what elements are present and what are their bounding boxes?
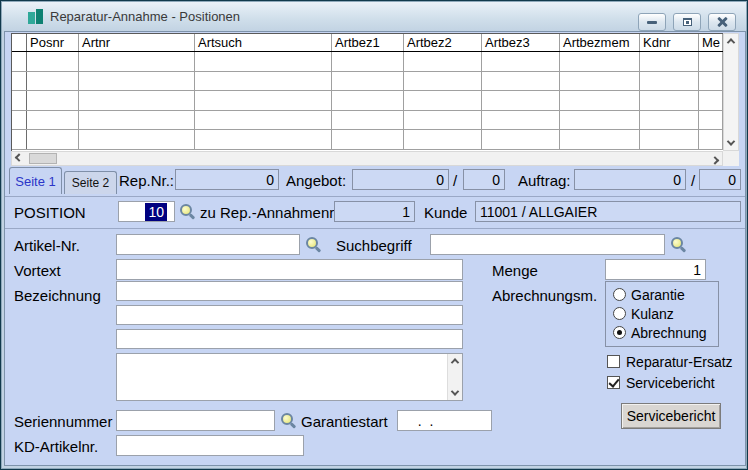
seriennummer-input[interactable] [116, 410, 275, 431]
grid-cell[interactable] [195, 52, 332, 71]
grid-cell[interactable] [332, 91, 404, 110]
grid-cell[interactable] [27, 91, 79, 110]
bezeichnung-input-2[interactable] [116, 305, 463, 325]
titlebar[interactable]: Reparatur-Annahme - Positionen [2, 2, 746, 31]
position-field[interactable]: 10 [118, 201, 175, 222]
grid-cell[interactable] [482, 72, 560, 91]
suchbegriff-lookup-icon[interactable] [671, 237, 686, 252]
grid-column-header[interactable]: Artsuch [195, 34, 332, 51]
grid-cell[interactable] [404, 72, 482, 91]
grid-cell[interactable] [404, 91, 482, 110]
grid-cell[interactable] [195, 72, 332, 91]
grid-cell[interactable] [27, 111, 79, 130]
scroll-left-button[interactable] [11, 152, 27, 166]
grid-column-header[interactable] [12, 34, 27, 51]
grid-column-header[interactable]: Artbez1 [332, 34, 404, 51]
grid-cell[interactable] [699, 130, 723, 149]
grid-cell[interactable] [482, 130, 560, 149]
grid-cell[interactable] [699, 52, 723, 71]
grid-cell[interactable] [195, 111, 332, 130]
position-lookup-icon[interactable] [180, 204, 195, 219]
grid-cell[interactable] [12, 72, 27, 91]
grid-column-header[interactable]: Artnr [79, 34, 195, 51]
close-button[interactable] [708, 13, 736, 31]
checkbox-reparatur-ersatz[interactable]: Reparatur-Ersatz [607, 354, 733, 369]
radio-garantie[interactable]: Garantie [613, 287, 685, 302]
grid-cell[interactable] [12, 91, 27, 110]
grid-cell[interactable] [195, 130, 332, 149]
grid-cell[interactable] [12, 52, 27, 71]
grid-cell[interactable] [332, 72, 404, 91]
grid-cell[interactable] [79, 111, 195, 130]
grid-cell[interactable] [640, 52, 699, 71]
artikel-lookup-icon[interactable] [306, 237, 321, 252]
bezeichnung-memo-input[interactable] [116, 353, 463, 401]
grid-cell[interactable] [404, 52, 482, 71]
grid-cell[interactable] [699, 111, 723, 130]
grid-cell[interactable] [640, 91, 699, 110]
memo-scrollbar[interactable] [447, 354, 462, 400]
grid-cell[interactable] [560, 91, 640, 110]
rep-nr-field[interactable]: 0 [175, 169, 279, 190]
bezeichnung-input-1[interactable] [116, 281, 463, 301]
seriennummer-lookup-icon[interactable] [281, 413, 296, 428]
grid-cell[interactable] [79, 72, 195, 91]
grid-cell[interactable] [560, 72, 640, 91]
memo-scroll-up-button[interactable] [447, 354, 462, 368]
grid-cell[interactable] [27, 130, 79, 149]
grid-row[interactable] [12, 130, 723, 150]
grid-cell[interactable] [482, 91, 560, 110]
grid-cell[interactable] [12, 111, 27, 130]
grid-cell[interactable] [560, 111, 640, 130]
scroll-up-button[interactable] [723, 34, 739, 48]
grid-cell[interactable] [27, 72, 79, 91]
angebot-field[interactable]: 0 [352, 169, 449, 190]
kd-artikelnr-input[interactable] [116, 435, 304, 456]
grid-horizontal-scrollbar[interactable] [11, 151, 723, 166]
angebot-field-2[interactable]: 0 [463, 169, 505, 190]
grid-cell[interactable] [79, 130, 195, 149]
maximize-button[interactable] [673, 13, 701, 31]
grid-cell[interactable] [560, 130, 640, 149]
scroll-down-button[interactable] [723, 136, 739, 150]
grid-column-header[interactable]: Artbez3 [482, 34, 560, 51]
grid-row[interactable] [12, 111, 723, 131]
grid-row[interactable] [12, 91, 723, 111]
auftrag-field-2[interactable]: 0 [699, 169, 741, 190]
tab-seite-1[interactable]: Seite 1 [9, 167, 62, 194]
scroll-right-button[interactable] [707, 152, 723, 166]
grid-cell[interactable] [640, 72, 699, 91]
grid-cell[interactable] [640, 130, 699, 149]
grid-cell[interactable] [332, 111, 404, 130]
grid-vertical-scrollbar[interactable] [723, 33, 739, 151]
grid-cell[interactable] [640, 111, 699, 130]
grid-cell[interactable] [332, 52, 404, 71]
garantiestart-input[interactable]: . . [397, 410, 492, 431]
grid-cell[interactable] [404, 130, 482, 149]
radio-kulanz[interactable]: Kulanz [613, 306, 674, 321]
auftrag-field[interactable]: 0 [574, 169, 686, 190]
artikel-nr-input[interactable] [116, 234, 300, 255]
grid-column-header[interactable]: Kdnr [640, 34, 699, 51]
rep-annahmenr-field[interactable]: 1 [334, 201, 415, 222]
scrollbar-thumb[interactable] [29, 153, 57, 164]
tab-seite-2[interactable]: Seite 2 [64, 171, 117, 194]
grid-cell[interactable] [404, 111, 482, 130]
grid-cell[interactable] [560, 52, 640, 71]
grid-cell[interactable] [482, 111, 560, 130]
vortext-input[interactable] [116, 259, 463, 280]
checkbox-servicebericht[interactable]: Servicebericht [607, 375, 715, 390]
minimize-button[interactable] [638, 13, 666, 31]
grid-column-header[interactable]: Me [699, 34, 723, 51]
grid-cell[interactable] [79, 91, 195, 110]
grid-cell[interactable] [699, 91, 723, 110]
bezeichnung-input-3[interactable] [116, 329, 463, 349]
suchbegriff-input[interactable] [430, 234, 665, 255]
radio-abrechnung[interactable]: Abrechnung [613, 325, 707, 340]
servicebericht-button[interactable]: Servicebericht [621, 403, 721, 429]
memo-scroll-down-button[interactable] [447, 386, 462, 400]
grid-row[interactable] [12, 72, 723, 92]
grid-cell[interactable] [332, 130, 404, 149]
grid-cell[interactable] [482, 52, 560, 71]
grid-cell[interactable] [699, 72, 723, 91]
